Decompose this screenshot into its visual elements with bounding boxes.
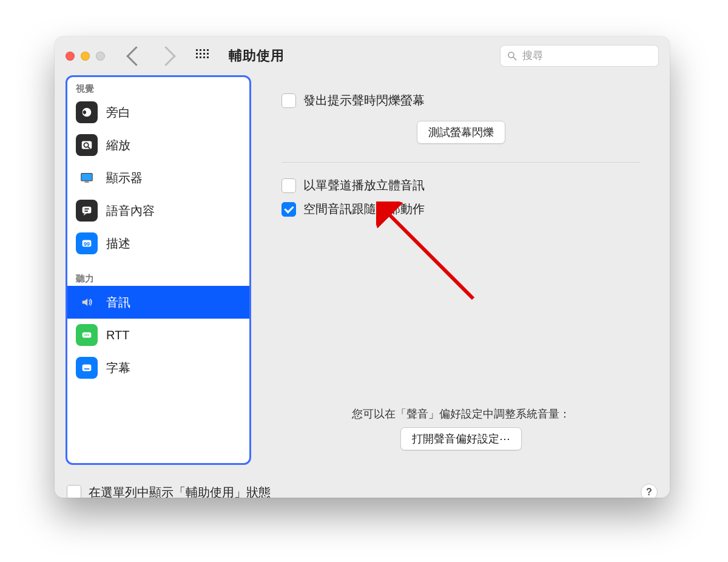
sidebar-item-voiceover[interactable]: 旁白: [67, 96, 249, 129]
spatial-head-label: 空間音訊跟隨頭部動作: [303, 201, 425, 217]
forward-button[interactable]: [156, 46, 176, 66]
svg-rect-8: [81, 174, 92, 181]
flash-screen-row[interactable]: 發出提示聲時閃爍螢幕: [281, 92, 641, 109]
display-icon: [76, 167, 98, 189]
mono-audio-checkbox[interactable]: [281, 178, 296, 193]
zoom-window-button[interactable]: [96, 52, 105, 61]
sidebar-item-descriptions[interactable]: 99 描述: [67, 227, 249, 260]
divider: [281, 162, 641, 163]
sidebar-item-label: 字幕: [106, 360, 130, 376]
sidebar-item-label: 縮放: [106, 137, 130, 154]
sidebar-item-label: 音訊: [106, 294, 130, 311]
svg-point-4: [83, 110, 87, 114]
svg-line-22: [385, 211, 473, 299]
voiceover-icon: [76, 101, 98, 123]
svg-rect-11: [83, 207, 92, 214]
svg-rect-10: [84, 181, 89, 183]
svg-rect-20: [83, 365, 92, 371]
footer: 在選單列中顯示「輔助使用」狀態 ?: [55, 476, 670, 498]
svg-rect-5: [82, 141, 92, 149]
sidebar-item-label: 旁白: [106, 104, 130, 121]
sidebar-section-vision: 視覺: [67, 77, 249, 96]
help-button[interactable]: ?: [641, 484, 658, 498]
show-status-checkbox[interactable]: [67, 485, 81, 498]
mono-audio-row[interactable]: 以單聲道播放立體音訊: [281, 177, 641, 194]
svg-point-17: [84, 334, 86, 336]
show-all-icon[interactable]: [196, 49, 209, 63]
mono-audio-label: 以單聲道播放立體音訊: [303, 177, 425, 194]
sidebar-item-audio[interactable]: 音訊: [67, 286, 249, 319]
sidebar-item-label: RTT: [106, 328, 130, 342]
nav-buttons: [129, 49, 173, 63]
svg-line-1: [513, 57, 516, 60]
spoken-content-icon: [76, 200, 98, 222]
volume-hint-text: 您可以在「聲音」偏好設定中調整系統音量：: [281, 407, 641, 421]
svg-point-19: [88, 334, 89, 336]
window-title: 輔助使用: [229, 47, 285, 65]
back-button[interactable]: [126, 46, 146, 66]
search-field[interactable]: [500, 45, 659, 67]
zoom-icon: [76, 134, 98, 156]
search-icon: [507, 50, 517, 61]
svg-point-0: [508, 52, 514, 58]
sidebar-item-label: 顯示器: [106, 170, 143, 186]
sidebar-item-label: 語音內容: [106, 203, 155, 219]
open-sound-prefs-button[interactable]: 打開聲音偏好設定⋯: [400, 427, 522, 450]
rtt-icon: [76, 324, 98, 346]
sidebar-item-display[interactable]: 顯示器: [67, 161, 249, 194]
minimize-window-button[interactable]: [81, 52, 90, 61]
svg-point-18: [86, 334, 87, 336]
sidebar-item-label: 描述: [106, 235, 130, 252]
sidebar-item-zoom[interactable]: 縮放: [67, 129, 249, 161]
preferences-window: 輔助使用 視覺 旁白: [55, 36, 670, 498]
sidebar-item-spoken-content[interactable]: 語音內容: [67, 194, 249, 227]
sidebar-item-captions[interactable]: 字幕: [67, 351, 249, 384]
close-window-button[interactable]: [66, 52, 75, 61]
sidebar-item-rtt[interactable]: RTT: [67, 319, 249, 351]
captions-icon: [76, 357, 98, 379]
search-input[interactable]: [521, 49, 652, 63]
main-panel: 發出提示聲時閃爍螢幕 測試螢幕閃爍 以單聲道播放立體音訊 空間音訊跟隨頭部動作: [263, 75, 659, 465]
audio-icon: [76, 291, 98, 313]
flash-screen-label: 發出提示聲時閃爍螢幕: [303, 92, 425, 109]
svg-rect-21: [84, 368, 89, 370]
sidebar-section-hearing: 聽力: [67, 260, 249, 286]
window-controls: [66, 52, 105, 61]
descriptions-icon: 99: [76, 232, 98, 254]
show-status-label: 在選單列中顯示「輔助使用」狀態: [89, 484, 271, 498]
svg-text:99: 99: [84, 241, 90, 247]
content-area: 視覺 旁白 縮放 顯示器: [55, 75, 670, 476]
flash-screen-checkbox[interactable]: [281, 93, 296, 108]
toolbar: 輔助使用: [55, 36, 670, 75]
sidebar: 視覺 旁白 縮放 顯示器: [66, 75, 251, 465]
test-flash-button[interactable]: 測試螢幕閃爍: [417, 121, 505, 144]
spatial-head-checkbox[interactable]: [281, 202, 296, 217]
spatial-head-row[interactable]: 空間音訊跟隨頭部動作: [281, 201, 641, 217]
